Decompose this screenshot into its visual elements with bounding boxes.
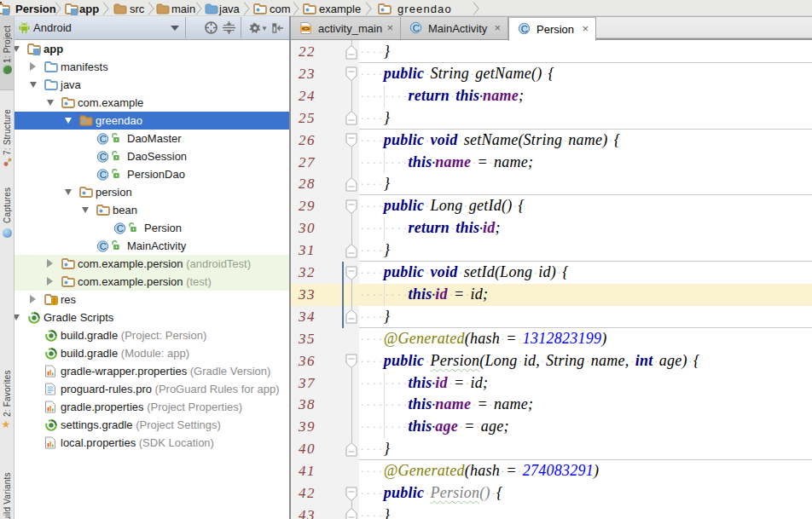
svg-text:C: C bbox=[100, 241, 107, 251]
svg-text:C: C bbox=[413, 23, 420, 33]
svg-text:C: C bbox=[117, 223, 124, 234]
svg-text:<>: <> bbox=[302, 25, 310, 32]
svg-text:C: C bbox=[100, 170, 107, 180]
svg-text:C: C bbox=[100, 134, 107, 144]
svg-text:C: C bbox=[100, 152, 107, 162]
svg-text:C: C bbox=[521, 24, 528, 34]
